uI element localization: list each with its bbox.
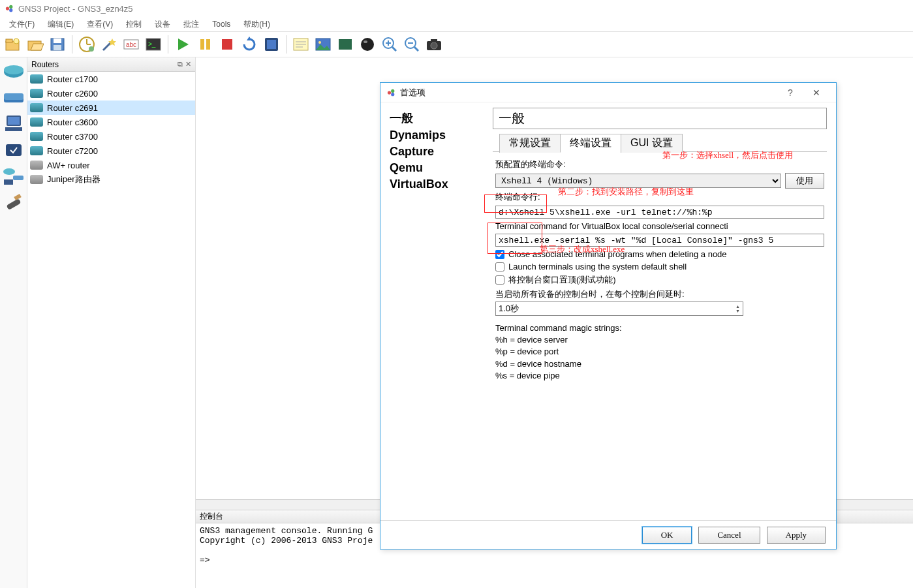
- start-all-button[interactable]: [172, 34, 193, 55]
- router-item[interactable]: Juniper路由器: [27, 172, 195, 187]
- svg-rect-18: [222, 39, 232, 50]
- menu-help[interactable]: 帮助(H): [237, 18, 277, 31]
- close-terminal-checkbox[interactable]: [495, 250, 504, 259]
- delay-spinner[interactable]: 1.0秒 ▲▼: [495, 302, 743, 316]
- router-item[interactable]: Router c1700: [27, 72, 195, 86]
- nav-dynamips[interactable]: Dynamips: [390, 127, 487, 144]
- svg-point-41: [4, 65, 23, 74]
- dialog-title: 首选项: [400, 87, 426, 99]
- switches-category-button[interactable]: [2, 86, 25, 110]
- nav-general[interactable]: 一般: [390, 109, 487, 127]
- virtualbox-button[interactable]: [261, 34, 282, 55]
- svg-point-1: [9, 5, 12, 8]
- router-item-label: Router c1700: [47, 74, 98, 84]
- ok-button[interactable]: OK: [642, 527, 692, 544]
- nav-qemu[interactable]: Qemu: [390, 160, 487, 176]
- panel-close-icon[interactable]: ✕: [185, 60, 191, 69]
- all-devices-category-button[interactable]: [2, 164, 25, 188]
- svg-rect-49: [13, 176, 23, 180]
- open-project-button[interactable]: [25, 34, 46, 55]
- router-icon: [30, 175, 43, 184]
- bring-front-checkbox[interactable]: [495, 275, 504, 285]
- stop-all-button[interactable]: [217, 34, 238, 55]
- router-item[interactable]: Router c7200: [27, 144, 195, 158]
- zoom-out-button[interactable]: [401, 34, 422, 55]
- router-item-label: Juniper路由器: [47, 174, 101, 185]
- pause-all-button[interactable]: [194, 34, 215, 55]
- tab-general[interactable]: 常规设置: [499, 134, 561, 153]
- spinner-up-icon[interactable]: ▲: [735, 304, 740, 309]
- reload-all-button[interactable]: [239, 34, 260, 55]
- router-icon: [30, 161, 43, 170]
- router-icon: [30, 146, 43, 155]
- save-project-button[interactable]: [47, 34, 68, 55]
- menu-device[interactable]: 设备: [148, 18, 177, 31]
- dialog-close-button[interactable]: ✕: [803, 87, 829, 98]
- snapshot-button[interactable]: [76, 34, 97, 55]
- svg-point-28: [361, 38, 374, 51]
- router-icon: [30, 117, 43, 127]
- end-devices-category-button[interactable]: [2, 112, 25, 136]
- tab-terminal[interactable]: 终端设置: [560, 134, 621, 153]
- menubar: 文件(F) 编辑(E) 查看(V) 控制 设备 批注 Tools 帮助(H): [0, 17, 913, 31]
- zoom-in-button[interactable]: [379, 34, 400, 55]
- router-item[interactable]: Router c3700: [27, 129, 195, 144]
- console-all-button[interactable]: >_: [143, 34, 164, 55]
- terminal-command-input[interactable]: [495, 206, 824, 219]
- window-title: GNS3 Project - GNS3_ezn4z5: [18, 4, 133, 14]
- add-note-button[interactable]: [290, 34, 311, 55]
- insert-image-button[interactable]: [313, 34, 333, 55]
- menu-edit[interactable]: 编辑(E): [41, 18, 80, 31]
- menu-tools[interactable]: Tools: [206, 18, 237, 30]
- use-button[interactable]: 使用: [785, 173, 824, 189]
- routers-panel-title: Routers: [31, 60, 59, 69]
- vbox-command-input[interactable]: [495, 234, 824, 247]
- nav-virtualbox[interactable]: VirtualBox: [390, 176, 487, 193]
- router-item[interactable]: Router c2600: [27, 86, 195, 101]
- menu-control[interactable]: 控制: [119, 18, 148, 31]
- svg-point-26: [318, 41, 321, 44]
- bring-front-label: 将控制台窗口置顶(测试功能): [508, 274, 616, 286]
- vbox-cmd-label: Terminal command for VirtualBox local co…: [495, 221, 728, 231]
- cancel-button[interactable]: Cancel: [698, 527, 760, 544]
- svg-point-53: [388, 91, 391, 94]
- svg-point-2: [9, 8, 12, 12]
- svg-line-31: [392, 47, 396, 51]
- close-terminal-label: Close associated terminal programs when …: [508, 249, 727, 259]
- menu-annotate[interactable]: 批注: [177, 18, 206, 31]
- svg-rect-50: [4, 179, 13, 185]
- svg-text:abc: abc: [126, 41, 136, 48]
- apply-button[interactable]: Apply: [767, 527, 826, 544]
- screenshot-button[interactable]: [424, 34, 444, 55]
- router-item[interactable]: Router c2691: [27, 101, 195, 115]
- delay-value: 1.0秒: [499, 303, 519, 315]
- svg-rect-8: [54, 39, 61, 43]
- svg-rect-27: [339, 39, 352, 50]
- svg-point-29: [364, 40, 367, 43]
- panel-undock-icon[interactable]: ⧉: [178, 60, 183, 69]
- dialog-help-button[interactable]: ?: [777, 87, 803, 98]
- svg-rect-46: [5, 127, 22, 131]
- preferences-nav: 一般 Dynamips Capture Qemu VirtualBox: [380, 102, 487, 520]
- wizard-button[interactable]: [99, 34, 119, 55]
- delay-label: 当启动所有设备的控制台时，在每个控制台间延时:: [495, 288, 824, 300]
- draw-rectangle-button[interactable]: [335, 34, 356, 55]
- new-project-button[interactable]: [3, 34, 23, 55]
- show-hostnames-button[interactable]: abc: [121, 34, 142, 55]
- svg-rect-43: [4, 93, 23, 100]
- default-shell-checkbox[interactable]: [495, 262, 504, 271]
- tab-gui[interactable]: GUI 设置: [621, 134, 683, 153]
- nav-capture[interactable]: Capture: [390, 144, 487, 160]
- security-devices-category-button[interactable]: [2, 138, 25, 162]
- preconf-terminal-select[interactable]: Xshell 4 (Windows): [495, 174, 781, 188]
- spinner-down-icon[interactable]: ▼: [735, 309, 740, 313]
- router-item[interactable]: Router c3600: [27, 115, 195, 129]
- svg-rect-51: [6, 198, 21, 210]
- menu-file[interactable]: 文件(F): [3, 18, 41, 31]
- add-link-button[interactable]: [2, 191, 25, 214]
- router-icon: [30, 89, 43, 98]
- router-item[interactable]: AW+ router: [27, 158, 195, 172]
- routers-category-button[interactable]: [2, 60, 25, 84]
- draw-ellipse-button[interactable]: [357, 34, 378, 55]
- menu-view[interactable]: 查看(V): [80, 18, 119, 31]
